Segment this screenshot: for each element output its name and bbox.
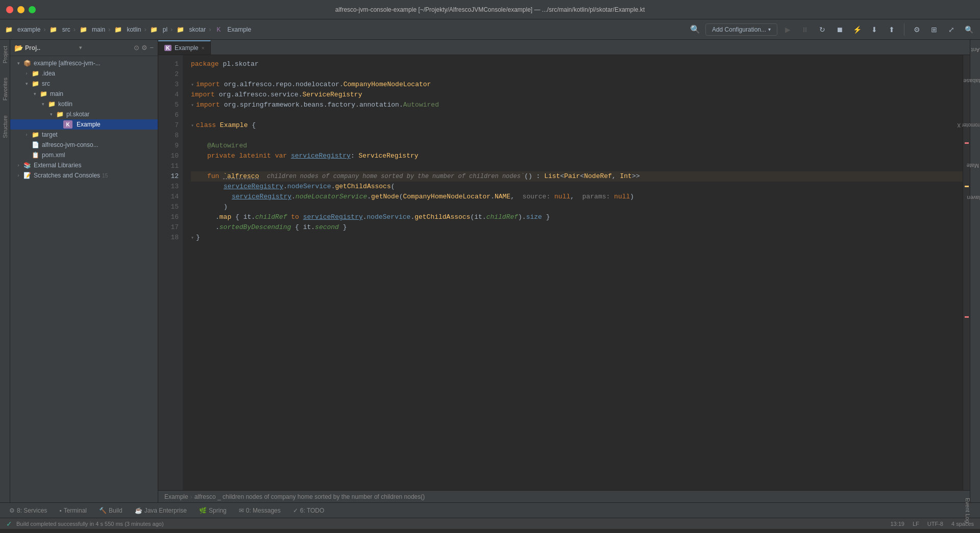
- pause-button[interactable]: ⏸: [798, 22, 812, 37]
- expand-icon-btn[interactable]: ⤢: [944, 22, 959, 37]
- profiler-button[interactable]: ⬆: [885, 22, 899, 37]
- tree-item-kotlin[interactable]: ▾ 📁 kotlin: [10, 99, 158, 109]
- code-line-12: ▶ 💡 fun `alfresco children nodes of comp…: [191, 171, 963, 182]
- breadcrumb-main[interactable]: 📁 main: [79, 26, 105, 34]
- scrollbar-panel[interactable]: [963, 55, 970, 490]
- folder-icon: 📁: [113, 26, 122, 34]
- services-tab[interactable]: ⚙ 8: Services: [4, 505, 52, 516]
- stop-button[interactable]: ⏹: [832, 22, 847, 37]
- fold-icon[interactable]: ▾: [191, 81, 194, 89]
- locate-icon[interactable]: ⊙: [134, 44, 139, 52]
- tree-item-scratches[interactable]: › 📝 Scratches and Consoles 15: [10, 170, 158, 181]
- refresh-button[interactable]: ↻: [815, 22, 829, 37]
- fold-icon[interactable]: ▾: [191, 122, 194, 130]
- toolbar-right: 🔍 Add Configuration... ▾ ▶ ⏸ ↻ ⏹ ⚡ ⬇ ⬆ ⚙…: [688, 22, 976, 37]
- maven-tab[interactable]: Maven: [965, 194, 980, 202]
- settings-icon[interactable]: ⚙: [141, 44, 148, 52]
- tree-item-example-kt[interactable]: K Example: [10, 119, 158, 130]
- breadcrumb-example[interactable]: 📁 example: [4, 26, 40, 34]
- tree-item-target[interactable]: › 📁 target: [10, 130, 158, 140]
- breadcrumb-src[interactable]: 📁 src: [49, 26, 70, 34]
- code-line-2: [191, 69, 963, 80]
- success-icon: ✓: [6, 520, 12, 528]
- terminal-label: Terminal: [64, 507, 87, 514]
- code-content[interactable]: package pl.skotar ▾ import org.alfresco.…: [183, 55, 963, 490]
- editor-breadcrumb: Example › alfresco _ children nodes of c…: [158, 490, 970, 502]
- breadcrumb-kotlin[interactable]: 📁 kotlin: [113, 26, 141, 34]
- tab-kotlin-icon: K: [164, 45, 172, 51]
- indent-info[interactable]: 4 spaces: [951, 521, 974, 527]
- tree-item-pom[interactable]: 📋 pom.xml: [10, 150, 158, 160]
- emate-tab[interactable]: E Mate: [964, 162, 980, 170]
- error-marker-2: [965, 316, 969, 318]
- cursor-position[interactable]: 13:19: [890, 521, 904, 527]
- line-num-16: 16: [158, 212, 179, 222]
- line-num-14: 14: [158, 192, 179, 202]
- todo-tab[interactable]: ✓ 6: TODO: [288, 505, 330, 516]
- folder-icon: 📁: [49, 26, 58, 34]
- breadcrumb-label: Example: [227, 26, 251, 33]
- tree-label: External Libraries: [34, 162, 81, 169]
- debug-button[interactable]: ⚡: [850, 22, 864, 37]
- terminal-icon: ▪: [59, 507, 61, 514]
- line-num-10: 10: [158, 151, 179, 161]
- line-num-1: 1: [158, 59, 179, 69]
- tree-item-alfresco-jar[interactable]: 📄 alfresco-jvm-conso...: [10, 140, 158, 150]
- key-promoter-tab[interactable]: Key Promoter X: [955, 121, 980, 129]
- tree-item-src[interactable]: ▾ 📁 src: [10, 79, 158, 89]
- breadcrumb-example-kt[interactable]: K Example: [214, 26, 251, 34]
- folder-icon: 📁: [4, 26, 13, 34]
- ant-tab[interactable]: Ant: [969, 46, 980, 54]
- breadcrumb-skotar[interactable]: 📁 skotar: [176, 26, 206, 34]
- folder-icon: 📁: [31, 80, 40, 88]
- tree-item-example[interactable]: ▾ 📦 example [alfresco-jvm-...: [10, 58, 158, 68]
- coverage-button[interactable]: ⬇: [867, 22, 881, 37]
- minimize-button[interactable]: [17, 6, 24, 13]
- project-dropdown-icon[interactable]: ▾: [79, 44, 82, 51]
- code-line-1: package pl.skotar: [191, 59, 963, 69]
- scratch-badge: 15: [102, 173, 108, 179]
- layout-icon-btn[interactable]: ⊞: [927, 22, 941, 37]
- code-editor[interactable]: 1 2 3 4 5 6 7 8 9 10 11 12 13 14 15 16 1…: [158, 55, 970, 490]
- messages-tab[interactable]: ✉ 0: Messages: [234, 505, 286, 516]
- code-line-9: @Autowired: [191, 141, 963, 151]
- fold-icon[interactable]: ▾: [191, 101, 194, 109]
- structure-tab[interactable]: Structure: [1, 113, 9, 140]
- line-num-7: 7: [158, 120, 179, 131]
- line-numbers: 1 2 3 4 5 6 7 8 9 10 11 12 13 14 15 16 1…: [158, 55, 183, 490]
- encoding[interactable]: UTF-8: [927, 521, 943, 527]
- window-controls: [6, 6, 36, 13]
- close-button[interactable]: [6, 6, 13, 13]
- database-tab[interactable]: Database: [961, 77, 980, 85]
- editor-tab-example[interactable]: K Example ×: [158, 40, 211, 55]
- minimize-icon[interactable]: −: [150, 44, 154, 52]
- breadcrumb-label: skotar: [189, 26, 206, 33]
- tab-close-icon[interactable]: ×: [202, 45, 205, 51]
- tree-item-external-libs[interactable]: › 📚 External Libraries: [10, 160, 158, 170]
- spring-icon: 🌿: [199, 507, 207, 514]
- search-icon-btn[interactable]: 🔍: [688, 22, 702, 37]
- main-area: Project Favorites Structure 📂 Proj.. ▾ ⊙…: [0, 40, 980, 502]
- build-tab[interactable]: 🔨 Build: [94, 505, 128, 516]
- project-tab[interactable]: Project: [1, 44, 9, 65]
- terminal-tab[interactable]: ▪ Terminal: [54, 505, 92, 516]
- settings-icon-btn[interactable]: ⚙: [910, 22, 924, 37]
- tree-item-main[interactable]: ▾ 📁 main: [10, 89, 158, 99]
- search-everywhere-btn[interactable]: 🔍: [962, 22, 976, 37]
- fold-icon[interactable]: ▾: [191, 234, 194, 242]
- build-label: Build: [109, 507, 122, 514]
- code-line-14: serviceRegistry.nodeLocatorService.getNo…: [191, 192, 963, 202]
- java-enterprise-tab[interactable]: ☕ Java Enterprise: [130, 505, 192, 516]
- line-num-8: 8: [158, 131, 179, 141]
- line-ending[interactable]: LF: [913, 521, 919, 527]
- favorites-tab[interactable]: Favorites: [1, 75, 9, 103]
- tree-item-idea[interactable]: › 📁 .idea: [10, 68, 158, 79]
- maximize-button[interactable]: [29, 6, 36, 13]
- run-button[interactable]: ▶: [780, 22, 795, 37]
- tree-item-pl-skotar[interactable]: ▾ 📁 pl.skotar: [10, 109, 158, 119]
- add-configuration-button[interactable]: Add Configuration... ▾: [705, 23, 777, 36]
- tree-label: kotlin: [58, 100, 72, 108]
- breadcrumb-pl[interactable]: 📁 pl: [150, 26, 167, 34]
- messages-icon: ✉: [239, 507, 244, 514]
- spring-tab[interactable]: 🌿 Spring: [194, 505, 232, 516]
